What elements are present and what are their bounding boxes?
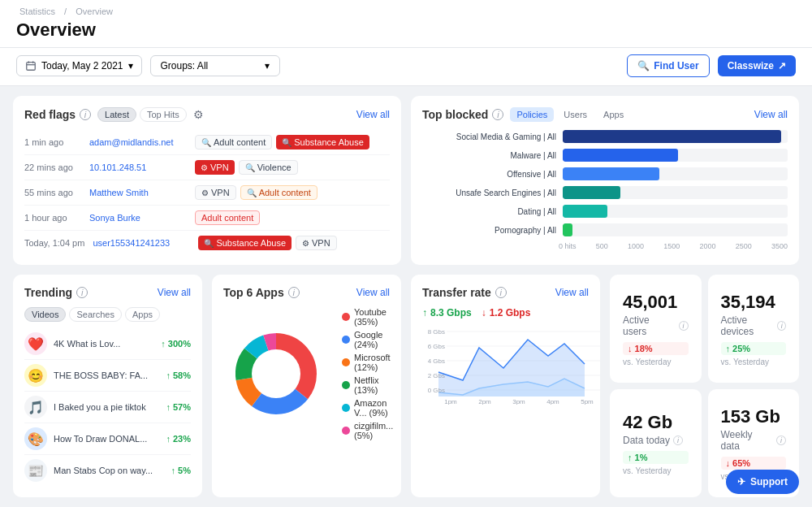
bar-fill [563,186,620,199]
trending-tabs: VideosSearchesApps [24,307,191,322]
top-apps-view-all[interactable]: View all [356,287,390,298]
trend-name[interactable]: How To Draw DONAL... [54,434,159,444]
tag[interactable]: ⚙VPN [195,160,235,175]
support-button[interactable]: ✈ Support [726,470,799,494]
bar-fill [563,149,678,162]
row-user[interactable]: Matthew Smith [89,188,187,197]
groups-selector[interactable]: Groups: All ▾ [150,55,280,76]
red-flags-view-all[interactable]: View all [356,109,390,120]
row-user[interactable]: 10.101.248.51 [89,162,187,172]
header: Statistics / Overview Overview [0,0,812,48]
top-blocked-tab-apps[interactable]: Apps [597,107,630,122]
trend-name[interactable]: I Baked you a pie tiktok [54,402,159,412]
row-tags: ⚙VPN🔍Violence [195,160,298,175]
classwize-label: Classwize [728,60,774,72]
legend-label: Microsoft (12%) [354,353,393,372]
find-user-button[interactable]: 🔍 Find User [627,54,709,77]
bar-fill [563,205,607,218]
settings-button[interactable]: ⚙ [193,108,204,121]
legend-label: Netflix (13%) [354,375,393,395]
groups-label: Groups: All [161,60,209,72]
legend-label: cizgifilm... (5%) [354,421,393,440]
bar-label: Dating | All [422,207,556,216]
top-blocked-tab-policies[interactable]: Policies [510,107,554,122]
bar-label: Unsafe Search Engines | All [422,188,556,197]
red-flags-table: 1 min agoadam@midlandis.net🔍Adult conten… [24,130,390,255]
svg-rect-0 [27,63,36,71]
bar-fill [563,167,659,180]
find-user-label: Find User [654,60,698,72]
tag[interactable]: 🔍Violence [239,160,298,175]
date-picker[interactable]: Today, May 2 2021 ▾ [16,55,142,76]
trending-tab-videos[interactable]: Videos [24,307,66,322]
date-label: Today, May 2 2021 [41,60,123,72]
table-row: 55 mins agoMatthew Smith⚙VPN🔍Adult conte… [24,180,390,206]
trend-percentage: ↑ 57% [166,402,191,412]
trend-name[interactable]: Man Stabs Cop on way... [54,466,165,475]
transfer-stats: ↑ 8.3 Gbps ↓ 1.2 Gbps [422,307,589,318]
tag[interactable]: 🔍Substance Abuse [198,236,292,250]
stat-value: 35,194 [721,292,787,313]
external-link-icon: ↗ [778,60,786,72]
bar-row: Unsafe Search Engines | All [422,186,788,199]
stat-card-1: 35,194Active devicesi↑ 25%vs. Yesterday [708,275,800,383]
trend-name[interactable]: THE BOSS BABY: FA... [54,370,159,380]
donut-chart [223,321,329,427]
red-flags-tab-top-hits[interactable]: Top Hits [140,107,187,122]
list-item: 🎨How To Draw DONAL...↑ 23% [24,423,191,455]
bar-row: Social Media & Gaming | All [422,130,788,143]
trending-card: Trending i View all VideosSearchesApps ❤… [13,275,202,497]
red-flags-title: Red flags i [24,108,91,121]
row-user[interactable]: adam@midlandis.net [89,137,187,147]
breadcrumb-parent[interactable]: Statistics [19,6,55,16]
trend-name[interactable]: 4K What is Lov... [54,339,154,349]
tag[interactable]: ⚙VPN [296,236,337,250]
substance-abuse-icon: 🔍 [282,138,292,147]
trending-view-all[interactable]: View all [158,287,191,298]
list-item: 😊THE BOSS BABY: FA...↑ 58% [24,360,191,392]
top-apps-card: Top 6 Apps i View all Youtube (35%)Googl… [212,275,401,497]
chevron-down-icon: ▾ [265,60,270,72]
transfer-rate-header: Transfer rate i View all [422,286,589,299]
arrow-down-icon: ↓ [482,307,486,318]
support-icon: ✈ [737,476,745,488]
tag[interactable]: 🔍Substance Abuse [276,135,369,150]
row-time: 1 hour ago [24,213,81,223]
info-icon: i [679,321,689,331]
bar-track [563,149,788,162]
toolbar: Today, May 2 2021 ▾ Groups: All ▾ 🔍 Find… [0,48,812,86]
trend-icon: 🎨 [24,427,47,450]
bar-track [563,223,788,236]
info-icon: i [776,436,786,445]
top-blocked-view-all[interactable]: View all [754,109,788,120]
tag[interactable]: 🔍Adult content [195,135,272,150]
legend-label: Google (24%) [354,330,393,349]
adult-content-icon: 🔍 [201,138,211,147]
top-blocked-tab-users[interactable]: Users [557,107,594,122]
red-flags-tab-latest[interactable]: Latest [97,107,136,122]
classwize-button[interactable]: Classwize ↗ [718,55,796,76]
tag[interactable]: Adult content [195,210,260,225]
row-tags: 🔍Adult content🔍Substance Abuse [195,135,369,150]
top-blocked-card: Top blocked i PoliciesUsersApps View all… [411,96,799,265]
stat-change: ↓ 65% [721,457,787,470]
trending-tab-apps[interactable]: Apps [125,307,160,322]
trending-tab-searches[interactable]: Searches [69,307,121,322]
row-user[interactable]: Sonya Burke [89,213,187,223]
trend-percentage: ↑ 58% [166,370,191,380]
stat-card-2: 42 GbData todayi↑ 1%vs. Yesterday [610,389,702,497]
bar-track [563,186,788,199]
stat-change: ↑ 25% [721,342,787,355]
tag[interactable]: ⚙VPN [195,185,236,200]
bottom-left: Trending i View all VideosSearchesApps ❤… [13,275,401,497]
stat-label: Active devicesi [721,314,787,337]
bar-track [563,130,788,143]
tag[interactable]: 🔍Adult content [240,185,317,200]
row-user[interactable]: user155341241233 [93,238,190,248]
legend-item: Amazon V... (9%) [342,398,393,418]
stat-card-0: 45,001Active usersi↓ 18%vs. Yesterday [610,275,702,383]
transfer-rate-view-all[interactable]: View all [555,287,589,298]
table-row: 22 mins ago10.101.248.51⚙VPN🔍Violence [24,155,390,180]
legend-dot [342,358,350,366]
bar-label: Pornography | All [422,226,556,235]
